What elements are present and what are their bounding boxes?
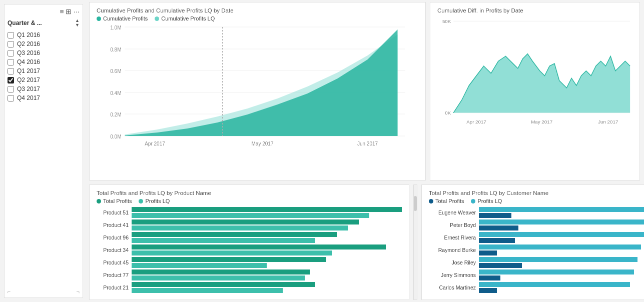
customer-legend: Total Profits Profits LQ — [429, 198, 644, 204]
svg-text:50K: 50K — [442, 18, 451, 24]
more-icon[interactable]: ··· — [74, 8, 80, 16]
sidebar-items-list: Q1 2016Q2 2016Q3 2016Q4 2016Q1 2017Q2 20… — [8, 30, 80, 102]
sidebar-item-q12016[interactable]: Q1 2016 — [8, 30, 80, 40]
lq-bar — [132, 276, 305, 280]
profit-area — [125, 30, 398, 136]
svg-text:Jun 2017: Jun 2017 — [357, 141, 378, 146]
cumulative-profits-dot — [97, 16, 101, 21]
product-bar-container — [132, 282, 402, 293]
product-chart: Total Profits and Profits LQ by Product … — [89, 184, 409, 300]
bottom-row: Total Profits and Profits LQ by Product … — [89, 184, 640, 300]
table-icon[interactable]: ⊞ — [66, 8, 72, 16]
sidebar-checkbox-0[interactable] — [8, 32, 14, 38]
sidebar-checkbox-7[interactable] — [8, 95, 14, 102]
product-bar-row: Product 96 — [97, 232, 402, 243]
customer-bar-label: Eugene Weaver — [429, 210, 479, 216]
sidebar-label-4: Q1 2017 — [17, 68, 40, 74]
product-bar-label: Product 34 — [97, 247, 132, 253]
cumulative-diff-chart: Cumulative Diff. in Profits by Date 50K … — [430, 2, 640, 180]
customer-bar-container — [479, 282, 644, 293]
svg-text:May 2017: May 2017 — [531, 119, 552, 124]
svg-text:0.4M: 0.4M — [110, 90, 121, 96]
product-bar-label: Product 77 — [97, 272, 132, 278]
cumulative-lq-dot — [155, 16, 159, 21]
customer-profit-bar — [479, 276, 500, 280]
svg-text:Apr 2017: Apr 2017 — [466, 119, 486, 124]
legend-customer-lq: Profits LQ — [471, 198, 502, 204]
sidebar-header: Quarter & ... ▲▼ — [8, 18, 80, 28]
sidebar-item-q22017[interactable]: Q2 2017 — [8, 76, 80, 84]
scrollbar[interactable] — [413, 184, 417, 300]
customer-bar-container — [479, 270, 644, 280]
hamburger-icon[interactable]: ≡ — [60, 8, 64, 16]
customer-lq-bar — [479, 244, 641, 250]
lq-bar — [132, 238, 315, 243]
profit-bar — [132, 270, 310, 274]
product-bar-label: Product 45 — [97, 260, 132, 266]
product-chart-title: Total Profits and Profits LQ by Product … — [97, 190, 402, 196]
profits-lq-dot — [139, 199, 143, 204]
sidebar-checkbox-4[interactable] — [8, 68, 14, 74]
sidebar-label-5: Q2 2017 — [17, 76, 40, 84]
customer-lq-bar — [479, 270, 634, 274]
product-bar-row: Product 77 — [97, 270, 402, 280]
product-bar-row: Product 34 — [97, 244, 402, 256]
sidebar-checkbox-5[interactable] — [8, 77, 14, 84]
sidebar-checkbox-6[interactable] — [8, 86, 14, 92]
cumulative-lq-label: Cumulative Profits LQ — [161, 16, 215, 22]
sort-chevrons[interactable]: ▲▼ — [75, 18, 80, 28]
cumulative-chart-title: Cumulative Profits and Cumulative Profit… — [97, 8, 418, 14]
sidebar-checkbox-1[interactable] — [8, 41, 14, 48]
product-bar-container — [132, 270, 402, 280]
customer-bar-container — [479, 220, 644, 230]
sidebar-item-q32016[interactable]: Q3 2016 — [8, 48, 80, 58]
svg-text:0.0M: 0.0M — [110, 134, 121, 140]
product-bar-label: Product 21 — [97, 284, 132, 290]
sidebar-checkbox-2[interactable] — [8, 50, 14, 56]
customer-bar-row: Raymond Burke — [429, 244, 644, 256]
customer-bar-label: Jose Riley — [429, 260, 479, 266]
product-bars: Product 51Product 41Product 96Product 34… — [97, 207, 402, 294]
diff-area — [453, 54, 630, 113]
sidebar-footer: ⌐ ¬ — [8, 286, 80, 294]
sidebar-item-q42017[interactable]: Q4 2017 — [8, 94, 80, 102]
customer-profit-bar — [479, 263, 522, 268]
customer-bar-container — [479, 232, 644, 243]
profit-bar — [132, 244, 386, 250]
sidebar-item-q32017[interactable]: Q3 2017 — [8, 84, 80, 94]
customer-lq-bar — [479, 232, 644, 237]
customer-lq-bar — [479, 220, 644, 224]
product-legend: Total Profits Profits LQ — [97, 198, 402, 204]
main-content: Cumulative Profits and Cumulative Profit… — [87, 0, 644, 302]
product-bar-label: Product 51 — [97, 210, 132, 216]
legend-cumulative-profits: Cumulative Profits — [97, 16, 148, 22]
scrollbar-thumb[interactable] — [414, 196, 417, 211]
sidebar-item-q22016[interactable]: Q2 2016 — [8, 40, 80, 48]
customer-bar-container — [479, 257, 644, 268]
product-bar-row: Product 45 — [97, 257, 402, 268]
sidebar-item-q12017[interactable]: Q1 2017 — [8, 66, 80, 76]
customer-profit-bar — [479, 250, 497, 256]
sidebar-label-2: Q3 2016 — [17, 50, 40, 56]
cumulative-legend: Cumulative Profits Cumulative Profits LQ — [97, 16, 418, 22]
lq-bar — [132, 226, 348, 230]
svg-text:1.0M: 1.0M — [110, 25, 121, 30]
total-profits-dot — [97, 199, 101, 204]
diff-area-svg: 50K 0K Apr 2017 May 2017 Jun 2017 — [437, 16, 632, 156]
sidebar-checkbox-3[interactable] — [8, 59, 14, 66]
profit-bar — [132, 282, 315, 287]
lq-bar — [132, 263, 267, 268]
profit-bar — [132, 220, 359, 224]
svg-text:Jun 2017: Jun 2017 — [598, 119, 618, 124]
customer-bar-row: Jose Riley — [429, 257, 644, 268]
sidebar-item-q42016[interactable]: Q4 2016 — [8, 58, 80, 66]
profit-bar — [132, 232, 337, 237]
product-bar-label: Product 41 — [97, 222, 132, 228]
customer-bars: Eugene WeaverPeter BoydErnest RiveraRaym… — [429, 207, 644, 294]
lq-bar — [132, 288, 283, 293]
svg-text:0.2M: 0.2M — [110, 112, 121, 118]
profits-lq-label: Profits LQ — [145, 198, 170, 204]
customer-bar-container — [479, 207, 644, 218]
lq-bar — [132, 213, 369, 218]
product-bar-container — [132, 244, 402, 256]
